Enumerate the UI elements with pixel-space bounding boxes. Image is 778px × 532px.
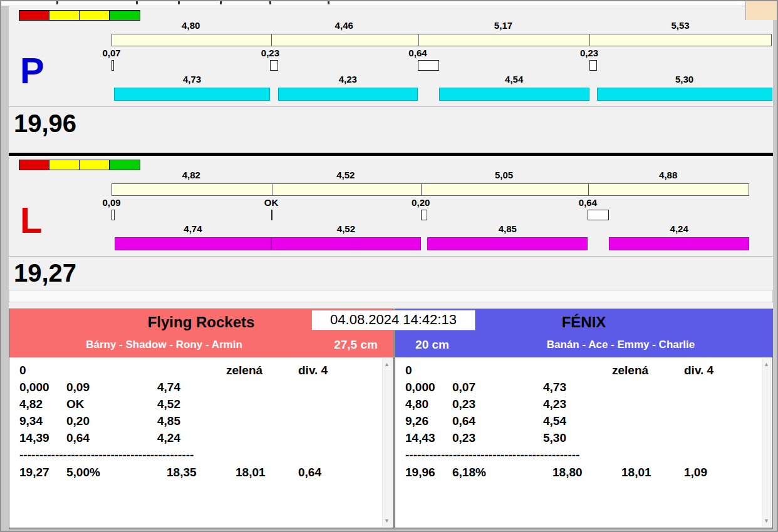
split-separator [421,184,422,195]
table-cell: 0 [405,364,412,377]
table-cell: 0,64 [452,414,475,428]
loss-marker [271,210,272,220]
loss-time-label: OK [264,197,279,208]
start-light-cell [49,11,80,20]
split-separator [271,34,272,46]
table-cell: 18,80 [552,466,583,479]
lane-L-section: 4,824,525,054,880,094,74OK4,520,204,850,… [9,156,773,286]
jump-height-label: 27,5 cm [319,338,393,352]
run-segment [439,88,589,101]
loss-time-label: 0,07 [102,48,120,58]
leg-row: 9,260,644,54 [405,414,759,431]
loss-time-label: 0,23 [580,48,598,58]
loss-time-label: 0,09 [102,197,120,208]
table-cell: 4,74 [157,381,180,394]
jump-height-label: 20 cm [395,338,469,352]
table-cell: 0,20 [66,414,90,428]
split-time-label: 5,05 [495,170,513,180]
split-time-label: 4,82 [182,170,200,180]
table-cell: 5,00% [66,466,100,479]
results-rows: 0zelenádiv. 40,0000,074,734,800,234,239,… [405,364,759,483]
split-time-label: 4,80 [182,20,200,31]
background-window-fragment [745,1,777,20]
run-time-label: 4,54 [505,74,523,84]
status-field [9,290,773,302]
split-separator [589,34,590,46]
results-text-area: 0zelenádiv. 40,0000,074,734,800,234,239,… [395,357,772,528]
table-cell: zelená [226,364,262,377]
table-cell: 9,26 [405,414,428,428]
main-content: 4,804,465,175,530,074,730,234,230,644,54… [9,5,773,529]
clipped-menu-mark [178,1,180,4]
table-cell: 9,34 [19,414,43,428]
loss-marker [112,210,115,220]
table-cell: 14,39 [19,431,49,445]
run-segment [609,237,749,250]
leg-row: 0,0000,094,74 [19,381,379,397]
table-cell: 4,80 [405,397,428,411]
table-cell: 4,85 [157,414,180,428]
separator-row: ----------------------------------------… [405,448,759,466]
app-window: 4,804,465,175,530,074,730,234,230,644,54… [0,0,778,532]
lane-P-total-time: 19,96 [9,106,773,153]
scroll-down-icon[interactable]: ▼ [762,518,770,524]
results-area: Flying Rockets Bárny - Shadow - Rony - A… [9,309,773,529]
team-subheader: 20 cm Banán - Ace - Emmy - Charlie [395,332,772,357]
start-light-cell [19,11,49,20]
table-cell: ----------------------------------------… [405,448,579,462]
start-light-cell [49,160,80,170]
table-cell: 0,09 [66,381,90,394]
leg-row: 14,390,644,24 [19,431,379,448]
run-time-label: 4,24 [670,223,688,234]
run-segment [115,237,271,250]
vertical-scrollbar[interactable]: ▲ ▼ [382,359,392,526]
lane-P-timing-track: 4,804,465,175,530,074,730,234,230,644,54… [112,6,772,105]
split-time-label: 4,52 [336,170,355,180]
clipped-menu-mark [220,1,222,4]
table-cell: 0,23 [452,431,475,445]
loss-marker [112,60,114,71]
table-cell: 0 [19,364,26,377]
split-bar [112,34,772,46]
run-segment [271,237,421,250]
status-strip [9,286,773,309]
run-time-label: 4,85 [499,223,517,234]
vertical-scrollbar[interactable]: ▲ ▼ [762,359,771,526]
table-cell: 0,07 [452,381,475,394]
run-time-label: 5,30 [675,74,693,84]
scroll-down-icon[interactable]: ▼ [383,518,391,524]
table-cell: div. 4 [298,364,328,377]
clipped-menu-mark [136,1,138,4]
table-cell: 4,23 [543,397,566,411]
table-cell: 4,73 [543,381,566,394]
clipped-menu-mark [56,1,58,4]
leg-row: 0,0000,074,73 [405,381,759,397]
split-bar [112,183,749,196]
run-segment [278,88,418,101]
table-cell: 18,01 [621,466,651,479]
race-timestamp: 04.08.2024 14:42:13 [311,310,475,330]
table-cell: 14,43 [405,431,435,445]
scroll-up-icon[interactable]: ▲ [383,361,391,367]
scroll-up-icon[interactable]: ▲ [762,361,770,367]
leg-row: 4,82OK4,52 [19,397,379,414]
run-segment [597,88,772,101]
start-light-cell [80,11,110,20]
clipped-menu-mark [269,1,271,4]
run-segment [427,237,588,250]
split-separator [588,184,589,195]
loss-marker [418,60,439,71]
table-cell: 0,64 [66,431,90,445]
info-row: 0zelenádiv. 4 [19,364,379,381]
lane-letter-L: L [20,202,42,238]
lane-P-section: 4,804,465,175,530,074,730,234,230,644,54… [9,6,773,153]
totals-row: 19,275,00%18,3518,010,64 [19,466,379,483]
table-cell: 0,000 [19,381,49,394]
table-cell: 19,96 [405,466,435,479]
run-segment [114,88,271,101]
run-time-label: 4,74 [184,223,202,234]
table-cell: 1,09 [684,466,707,479]
loss-time-label: 0,64 [579,197,597,208]
totals-row: 19,966,18%18,8018,011,09 [405,466,759,483]
table-cell: 0,000 [405,381,435,394]
